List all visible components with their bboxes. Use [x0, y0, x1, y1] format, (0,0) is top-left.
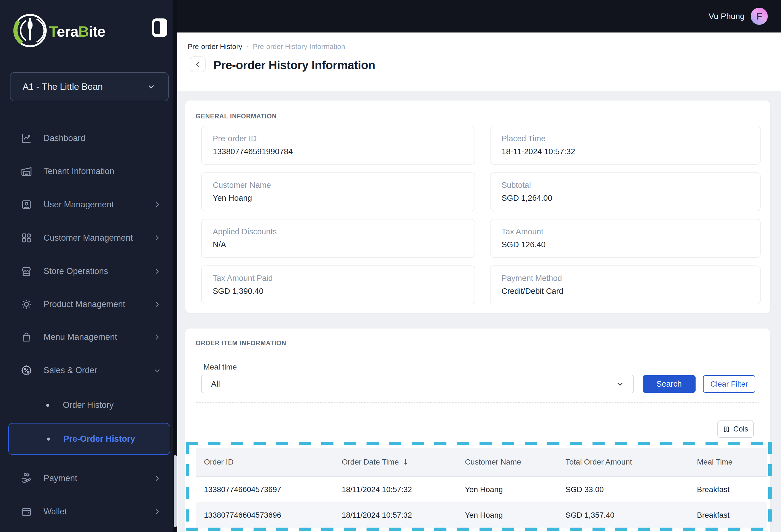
- field-placed-time: Placed Time 18-11-2024 10:57:32: [490, 126, 761, 165]
- field-label: Customer Name: [213, 181, 463, 190]
- sort-descending-icon: ↓: [403, 458, 409, 466]
- app-screen: TeraBite A1 - The Little Bean Dashboard …: [0, 0, 781, 532]
- divider: [196, 402, 759, 403]
- dashboard-icon: [20, 132, 33, 145]
- field-label: Tax Amount: [501, 227, 749, 236]
- field-label: Tax Amount Paid: [213, 274, 463, 283]
- sidebar-item-payment[interactable]: Payment: [0, 462, 173, 495]
- sidebar-scrollbar: [173, 0, 177, 532]
- chevron-right-icon: [153, 300, 161, 308]
- sidebar-item-label: Product Management: [44, 299, 125, 309]
- section-title-order-items: ORDER ITEM INFORMATION: [196, 340, 286, 347]
- chevron-right-icon: [153, 201, 161, 209]
- collapse-sidebar-icon[interactable]: [152, 18, 167, 37]
- order-item-information-card: ORDER ITEM INFORMATION Meal time All Sea…: [185, 328, 770, 532]
- columns-button-label: Cols: [733, 425, 748, 433]
- clear-filter-button[interactable]: Clear Filter: [703, 375, 755, 393]
- sidebar-item-wallet[interactable]: Wallet: [0, 495, 173, 528]
- chevron-down-icon: [616, 380, 624, 389]
- cell-order-id: 133807746604573696: [196, 511, 342, 520]
- breadcrumb-separator: •: [247, 44, 248, 50]
- column-header-customer-name[interactable]: Customer Name: [465, 458, 566, 467]
- main-content: GENERAL INFORMATION Pre-order ID 1338077…: [177, 91, 781, 532]
- sidebar-item-label: Customer Management: [44, 233, 133, 243]
- field-subtotal: Subtotal SGD 1,264.00: [490, 172, 761, 211]
- sidebar-item-label: Menu Management: [44, 332, 117, 342]
- field-applied-discounts: Applied Discounts N/A: [201, 219, 475, 258]
- avatar[interactable]: F: [751, 8, 768, 25]
- field-pre-order-id: Pre-order ID 133807746591990784: [201, 126, 475, 165]
- breadcrumb-pre-order-history[interactable]: Pre-order History: [188, 42, 242, 51]
- field-label: Applied Discounts: [213, 227, 463, 236]
- column-header-order-id[interactable]: Order ID: [196, 458, 342, 467]
- table-row[interactable]: 133807746604573696 18/11/2024 10:57:32 Y…: [196, 502, 767, 528]
- sidebar-item-label: Wallet: [44, 507, 67, 517]
- section-title-general: GENERAL INFORMATION: [196, 113, 277, 120]
- chevron-right-icon: [153, 333, 161, 341]
- sidebar-item-store-operations[interactable]: Store Operations: [0, 255, 173, 288]
- sidebar-subitem-order-history[interactable]: Order History: [0, 389, 173, 422]
- column-header-total-order-amount[interactable]: Total Order Amount: [566, 458, 697, 467]
- field-customer-name: Customer Name Yen Hoang: [201, 172, 475, 211]
- sidebar-subitem-label: Pre-Order History: [64, 434, 135, 444]
- cell-total-order-amount: SGD 1,357.40: [566, 511, 697, 520]
- columns-icon: [723, 426, 730, 433]
- sidebar-item-product-management[interactable]: Product Management: [0, 288, 173, 321]
- cell-total-order-amount: SGD 33.00: [566, 485, 697, 494]
- back-button[interactable]: [190, 56, 206, 72]
- columns-button[interactable]: Cols: [717, 420, 754, 438]
- meal-time-label: Meal time: [203, 363, 237, 371]
- page-header: Pre-order History • Pre-order History In…: [177, 33, 781, 91]
- sidebar-scrollbar-thumb[interactable]: [174, 455, 177, 527]
- chevron-right-icon: [153, 475, 161, 482]
- meal-time-select-value: All: [211, 380, 220, 389]
- general-information-fields: Pre-order ID 133807746591990784 Placed T…: [201, 126, 761, 304]
- field-value: N/A: [213, 240, 463, 249]
- sidebar-item-user-management[interactable]: User Management: [0, 188, 173, 221]
- sidebar-item-label: Payment: [44, 473, 77, 483]
- sidebar-subitem-pre-order-history[interactable]: Pre-Order History: [8, 423, 170, 455]
- table-row[interactable]: 133807746604573697 18/11/2024 10:57:32 Y…: [196, 477, 767, 502]
- sidebar-item-sales-and-order[interactable]: Sales & Order: [0, 354, 173, 387]
- sidebar-item-dashboard[interactable]: Dashboard: [0, 122, 173, 155]
- sidebar-item-menu-management[interactable]: Menu Management: [0, 320, 173, 354]
- storefront-icon: [20, 265, 33, 278]
- cell-meal-time: Breakfast: [697, 485, 767, 494]
- cell-customer-name: Yen Hoang: [465, 511, 566, 520]
- gear-icon: [20, 298, 33, 311]
- sidebar-item-tenant-information[interactable]: Tenant Information: [0, 155, 173, 188]
- bag-icon: [20, 330, 33, 344]
- topbar: Vu Phung F: [177, 0, 781, 33]
- tenant-selector[interactable]: A1 - The Little Bean: [10, 72, 169, 101]
- column-header-order-date-time[interactable]: Order Date Time↓: [342, 458, 465, 467]
- field-value: Yen Hoang: [213, 193, 463, 203]
- chevron-down-icon: [153, 366, 161, 374]
- sidebar-item-label: Sales & Order: [44, 365, 97, 375]
- bullet-icon: [47, 438, 50, 441]
- field-label: Placed Time: [501, 134, 749, 143]
- bullet-icon: [46, 404, 49, 407]
- chevron-right-icon: [153, 508, 161, 516]
- wallet-icon: [20, 505, 33, 518]
- field-value: 18-11-2024 10:57:32: [501, 147, 749, 156]
- field-value: Credit/Debit Card: [501, 286, 749, 296]
- column-header-meal-time[interactable]: Meal Time: [697, 458, 767, 467]
- avatar-initial: F: [756, 11, 762, 22]
- sidebar: TeraBite A1 - The Little Bean Dashboard …: [0, 0, 177, 532]
- cell-order-id: 133807746604573697: [196, 485, 342, 494]
- search-button[interactable]: Search: [643, 375, 696, 393]
- field-label: Pre-order ID: [213, 134, 463, 143]
- general-information-card: GENERAL INFORMATION Pre-order ID 1338077…: [185, 100, 770, 313]
- sidebar-item-label: Store Operations: [44, 266, 108, 276]
- field-value: 133807746591990784: [213, 147, 463, 156]
- page-title: Pre-order History Information: [213, 58, 375, 72]
- sidebar-item-label: User Management: [44, 200, 114, 210]
- sidebar-item-customer-management[interactable]: Customer Management: [0, 221, 173, 255]
- chevron-left-icon: [194, 61, 201, 68]
- table-header-row: Order ID Order Date Time↓ Customer Name …: [196, 448, 767, 477]
- tenant-icon: [20, 165, 33, 178]
- meal-time-select[interactable]: All: [201, 375, 634, 393]
- field-payment-method: Payment Method Credit/Debit Card: [490, 265, 761, 304]
- sidebar-item-label: Tenant Information: [44, 166, 114, 176]
- breadcrumb: Pre-order History • Pre-order History In…: [188, 42, 345, 51]
